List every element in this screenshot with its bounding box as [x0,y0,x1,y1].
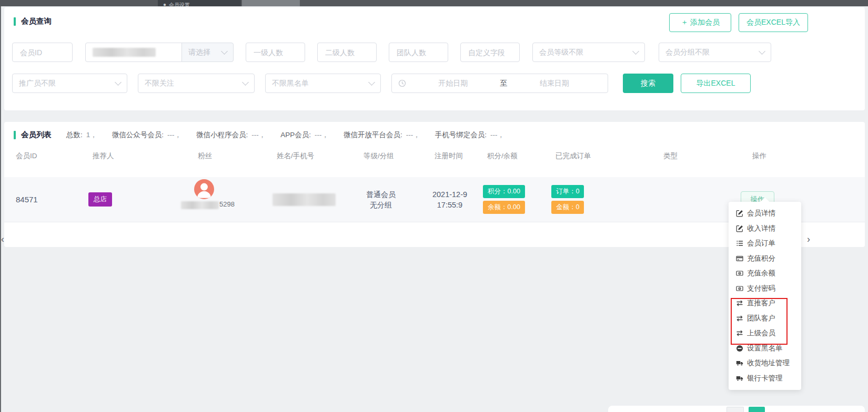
tab-label: 会员设置 [169,2,190,6]
level2-count-input[interactable] [317,43,377,62]
chevron-down-icon [242,79,249,86]
browser-tab-divider [242,0,300,6]
chevron-down-icon [368,79,375,86]
action-menu-item[interactable]: 银行卡管理 [729,371,801,386]
chevron-down-icon [632,48,639,55]
member-id-input[interactable] [12,43,73,62]
money-icon [736,270,743,277]
search-type-select[interactable]: 请选择 [181,43,234,62]
member-level-value: 会员等级不限 [539,48,583,57]
date-range-picker[interactable]: 开始日期 至 结束日期 [391,74,608,93]
add-member-button[interactable]: ＋ 添加会员 [669,13,731,32]
member-group-select[interactable]: 会员分组不限 [659,43,771,62]
column-header: 类型 [659,151,741,161]
action-menu-item-label: 支付密码 [747,284,775,293]
title-accent-bar [14,131,16,139]
register-time: 17:55:9 [426,200,473,210]
action-menu-item[interactable]: 直推客户 [729,296,801,311]
level-group-cell: 普通会员 无分组 [359,189,430,210]
completed-orders-cell: 订单：0 金额：0 [551,185,659,214]
clock-icon [398,79,406,87]
action-menu-item[interactable]: 上级会员 [729,326,801,341]
column-header: 操作 [741,151,853,161]
swap-icon [736,300,743,307]
follow-filter-select[interactable]: 不限关注 [138,74,255,93]
action-menu-item[interactable]: 充值积分 [729,251,801,266]
member-id-field[interactable] [12,43,73,62]
level1-count-field[interactable] [246,43,305,62]
list-panel-title: 会员列表 [21,130,52,140]
ban-icon [736,345,743,352]
member-query-panel: 会员查询 ＋ 添加会员 会员EXCEL导入 请选择 会员等级不限 会员分组不限 … [4,7,865,110]
member-excel-import-button[interactable]: 会员EXCEL导入 [739,13,808,32]
member-level: 普通会员 [357,189,405,200]
chevron-down-icon [759,48,765,55]
column-header: 粉丝 [194,151,272,161]
action-menu-item[interactable]: 设置黑名单 [729,341,801,356]
redacted-name-phone [272,193,336,206]
promoter-select[interactable]: 推广员不限 [12,74,127,93]
chevron-down-icon [221,48,228,55]
column-header: 积分/余额 [483,151,551,161]
pagination-page-1-button[interactable] [749,407,765,412]
action-menu-item-label: 收货地址管理 [747,358,790,368]
register-time-cell: 2021-12-9 17:55:9 [430,189,483,210]
scroll-right-arrow[interactable]: › [807,234,810,244]
table-header-row: 会员ID推荐人粉丝姓名/手机号等级/分组注册时间积分/余额已完成订单类型操作 [4,147,865,165]
redacted-search-field[interactable] [85,43,182,62]
team-count-field[interactable] [389,43,448,62]
end-date-placeholder[interactable]: 结束日期 [508,79,602,88]
column-header: 等级/分组 [359,151,430,161]
level1-count-input[interactable] [246,43,305,62]
member-group-value: 会员分组不限 [665,48,710,57]
amount-badge: 金额：0 [551,201,584,214]
promoter-value: 推广员不限 [19,79,56,88]
action-menu-item[interactable]: 充值余额 [729,266,801,281]
fans-cell: 5298 [194,177,272,222]
date-separator: 至 [500,79,508,88]
edit-icon [736,210,743,217]
pagination-prev-button[interactable] [726,407,744,412]
browser-tab[interactable]: ● 会员设置 [158,0,241,6]
team-count-input[interactable] [389,43,448,62]
start-date-placeholder[interactable]: 开始日期 [406,79,500,88]
action-menu-item-label: 充值积分 [747,254,775,263]
member-stat: 总数:1， [66,130,97,140]
action-menu-item[interactable]: 支付密码 [729,281,801,296]
action-menu-item[interactable]: 收入详情 [729,221,801,236]
custom-field-input[interactable] [460,43,520,62]
member-stat: 微信公众号会员:---， [112,130,181,140]
action-menu-item-label: 会员订单 [747,239,775,248]
truck-icon [736,359,743,367]
action-dropdown-menu: 会员详情收入详情会员订单充值积分充值余额支付密码直推客户团队客户上级会员设置黑名… [729,202,801,390]
action-menu-item[interactable]: 收货地址管理 [729,356,801,371]
action-menu-item[interactable]: 会员订单 [729,236,801,251]
scroll-left-arrow[interactable]: ‹ [1,234,4,244]
query-panel-header: 会员查询 [14,16,52,26]
member-stat: 微信小程序会员:---， [196,130,266,140]
blacklist-filter-select[interactable]: 不限黑名单 [265,74,381,93]
custom-field-field[interactable] [460,43,520,62]
member-stats: 总数:1，微信公众号会员:---，微信小程序会员:---，APP会员:---，微… [66,130,504,140]
member-level-select[interactable]: 会员等级不限 [532,43,645,62]
register-date: 2021-12-9 [426,189,473,200]
member-id-cell: 84571 [4,195,88,204]
action-menu-item-label: 上级会员 [747,328,775,338]
referrer-badge: 总店 [88,192,112,207]
export-excel-button[interactable]: 导出EXCEL [681,74,751,93]
list-icon [736,240,743,247]
avatar[interactable] [194,179,214,199]
action-menu-item[interactable]: 会员详情 [729,206,801,221]
chevron-down-icon [115,79,122,86]
name-phone-cell [272,193,359,206]
points-balance-cell: 积分：0.00 余额：0.00 [483,185,551,214]
search-button[interactable]: 搜索 [623,74,673,93]
column-header: 会员ID [4,151,88,161]
truck-icon [736,375,743,382]
action-menu-item[interactable]: 团队客户 [729,311,801,326]
query-panel-title: 会员查询 [21,16,52,26]
level2-count-field[interactable] [317,43,377,62]
blacklist-filter-value: 不限黑名单 [272,79,309,88]
action-menu-item-label: 银行卡管理 [747,374,783,383]
column-header: 推荐人 [88,151,194,161]
